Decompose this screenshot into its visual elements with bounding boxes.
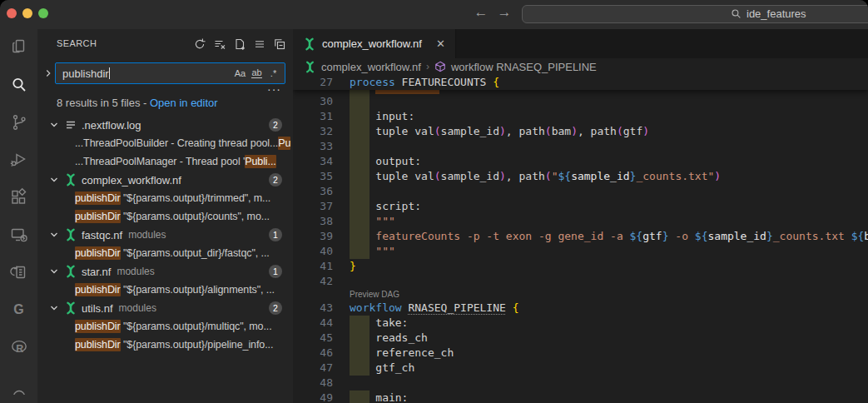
code-line[interactable]: 34 output: <box>293 154 868 169</box>
code-line[interactable]: 45 reads_ch <box>293 331 868 346</box>
code-line[interactable]: 31 input: <box>293 109 868 124</box>
match-text: publishDir "${params.output}/multiqc", m… <box>37 321 272 332</box>
svg-text:R: R <box>16 342 23 354</box>
breadcrumb: complex_workflow.nf › workflow RNASEQ_PI… <box>293 58 868 75</box>
indent-highlight <box>350 90 370 94</box>
toggle-search-details-button[interactable]: ··· <box>267 82 281 96</box>
open-new-search-editor-icon[interactable] <box>231 36 248 52</box>
source-control-icon[interactable] <box>0 104 37 142</box>
search-result-match-row[interactable]: publishDir "${params.output}/multiqc", m… <box>37 317 293 336</box>
match-case-toggle[interactable]: Aa <box>233 67 247 81</box>
search-result-match-row[interactable]: ...ThreadPoolManager - Thread pool 'Publ… <box>37 152 293 171</box>
sticky-scroll-line[interactable]: 27 process FEATURECOUNTS { <box>293 75 868 90</box>
task-runner-icon[interactable] <box>0 253 37 291</box>
line-number: 42 <box>293 274 333 289</box>
code-line[interactable]: 47 gtf_ch <box>293 361 868 376</box>
regex-toggle[interactable]: .* <box>266 67 280 81</box>
gitlens-icon[interactable]: G <box>0 291 37 328</box>
code-line[interactable]: 36 <box>293 184 868 199</box>
search-result-file-row[interactable]: star.nfmodules1 <box>37 262 293 281</box>
code-line[interactable]: 32 tuple val(sample_id), path(bam), path… <box>293 124 868 139</box>
zoom-window-button[interactable] <box>38 8 48 18</box>
chevron-down-icon[interactable] <box>47 118 61 132</box>
minimize-window-button[interactable] <box>22 8 32 18</box>
clear-search-results-icon[interactable] <box>211 36 228 52</box>
code-text: } <box>350 259 356 274</box>
toggle-replace-button[interactable] <box>42 67 54 79</box>
search-view-icon[interactable] <box>0 67 37 104</box>
code-line[interactable]: 43workflow RNASEQ_PIPELINE { <box>293 301 868 316</box>
search-result-match-row[interactable]: publishDir "${params.output}/pipeline_in… <box>37 336 293 354</box>
match-text: publishDir "${params.output}/alignments"… <box>37 284 275 296</box>
search-input[interactable]: publishdir Aa ab .* <box>55 62 285 84</box>
line-number: 49 <box>293 391 333 403</box>
tab-complex-workflow[interactable]: complex_workflow.nf ✕ <box>293 29 456 58</box>
nav-back-button[interactable]: ← <box>471 4 491 21</box>
bottom-partial-icon[interactable] <box>0 366 37 403</box>
search-result-match-row[interactable]: publishDir "${params.output}/counts", mo… <box>37 207 293 226</box>
search-result-file-row[interactable]: complex_workflow.nf2 <box>37 171 293 189</box>
code-line[interactable]: 46 reference_ch <box>293 346 868 361</box>
breadcrumb-symbol[interactable]: workflow RNASEQ_PIPELINE <box>451 61 597 73</box>
code-text: reference_ch <box>350 346 454 361</box>
chevron-down-icon[interactable] <box>47 228 61 241</box>
code-line[interactable]: 33 <box>293 139 868 154</box>
file-detail: modules <box>128 229 166 241</box>
file-name: star.nf <box>82 266 111 278</box>
code-line[interactable]: 41} <box>293 259 868 274</box>
nav-forward-button[interactable]: → <box>494 4 514 21</box>
breadcrumb-file[interactable]: complex_workflow.nf <box>321 61 421 73</box>
code-text: gtf_ch <box>350 361 414 376</box>
search-result-file-row[interactable]: .nextflow.log2 <box>37 116 293 134</box>
match-text: ...ThreadPoolManager - Thread pool 'Publ… <box>37 156 276 167</box>
command-center-search[interactable]: ide_features <box>522 5 868 23</box>
match-text: publishDir "${params.output}/counts", mo… <box>37 211 270 222</box>
view-as-list-icon[interactable] <box>251 36 268 52</box>
r-language-icon[interactable]: R <box>0 328 37 366</box>
code-line[interactable]: 48 <box>293 376 868 391</box>
close-window-button[interactable] <box>7 8 17 18</box>
code-line[interactable]: 39 featureCounts -p -t exon -g gene_id -… <box>293 229 868 244</box>
code-line[interactable]: 37 script: <box>293 199 868 214</box>
search-result-match-row[interactable]: publishDir "${params.output_dir}/fastqc"… <box>37 244 293 262</box>
line-number: 31 <box>293 109 333 124</box>
search-result-match-row[interactable]: publishDir "${params.output}/trimmed", m… <box>37 189 293 207</box>
run-debug-icon[interactable] <box>0 142 37 179</box>
search-result-file-row[interactable]: utils.nfmodules2 <box>37 299 293 317</box>
extensions-icon[interactable] <box>0 179 37 216</box>
codelens-preview-dag[interactable]: Preview DAG <box>350 289 868 301</box>
tab-label: complex_workflow.nf <box>322 37 422 50</box>
file-name: complex_workflow.nf <box>82 174 181 187</box>
explorer-icon[interactable] <box>0 29 37 67</box>
open-in-editor-link[interactable]: Open in editor <box>150 97 218 109</box>
code-line[interactable]: 30 <box>293 94 868 109</box>
code-area[interactable]: 27 process FEATURECOUNTS { 3031 input:32… <box>293 75 868 403</box>
chevron-down-icon[interactable] <box>47 265 61 278</box>
remote-explorer-icon[interactable] <box>0 216 37 254</box>
whole-word-toggle[interactable]: ab <box>250 67 264 81</box>
code-line[interactable]: 40 """ <box>293 244 868 259</box>
code-line[interactable]: 49 main: <box>293 391 868 403</box>
collapse-all-icon[interactable] <box>271 36 288 52</box>
search-result-match-row[interactable]: publishDir "${params.output}/alignments"… <box>37 281 293 299</box>
search-result-file-row[interactable]: fastqc.nfmodules1 <box>37 226 293 244</box>
chevron-down-icon[interactable] <box>47 301 61 315</box>
chevron-down-icon[interactable] <box>47 173 61 187</box>
line-number: 40 <box>293 244 333 259</box>
code-line[interactable]: 35 tuple val(sample_id), path("${sample_… <box>293 169 868 184</box>
search-result-match-row[interactable]: ...ThreadPoolBuilder - Creating thread p… <box>37 134 293 152</box>
search-match-highlight: Publi... <box>245 155 275 168</box>
result-count-badge: 2 <box>269 173 282 187</box>
file-name: utils.nf <box>82 302 113 315</box>
code-line[interactable]: 38 """ <box>293 214 868 229</box>
sticky-code-text: process FEATURECOUNTS { <box>350 75 499 90</box>
code-line[interactable]: 44 take: <box>293 316 868 331</box>
search-match-highlight: publishDir <box>75 320 121 333</box>
search-query-text: publishdir <box>62 67 109 80</box>
code-line[interactable]: 42 <box>293 274 868 289</box>
refresh-icon[interactable] <box>191 36 208 52</box>
match-text: publishDir "${params.output}/trimmed", m… <box>37 192 270 204</box>
close-tab-icon[interactable]: ✕ <box>436 37 445 50</box>
result-count-badge: 2 <box>269 118 282 132</box>
search-sidebar: SEARCH publishdir Aa ab .* ··· 8 results… <box>37 29 293 403</box>
